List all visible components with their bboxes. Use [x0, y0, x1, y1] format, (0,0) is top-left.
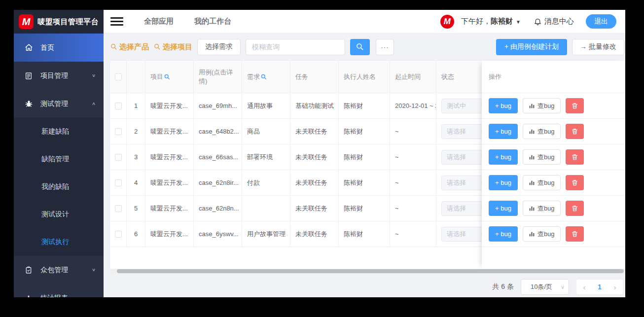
row-checkbox[interactable]	[115, 103, 122, 109]
row-checkbox[interactable]	[115, 231, 122, 238]
app-title: 唛盟项目管理平台	[37, 17, 99, 27]
add-bug-button[interactable]: + bug	[489, 149, 518, 165]
page-number[interactable]: 1	[592, 283, 607, 291]
user-avatar[interactable]: M	[440, 15, 454, 29]
page-size-select[interactable]: 10条/页 ∨	[521, 279, 569, 295]
cell-project: 唛盟云开发...	[145, 170, 194, 195]
select-requirement-button[interactable]: 选择需求	[197, 39, 241, 55]
delete-button[interactable]	[566, 226, 584, 242]
prev-page-button[interactable]: ‹	[576, 283, 592, 291]
actions-fixed-column: 操作 + bug 查bug + bug 查bug + bug 查bug + bu…	[482, 61, 625, 269]
logout-button[interactable]: 退出	[586, 14, 616, 29]
user-greeting[interactable]: 下午好，陈裕财 ▼	[461, 17, 521, 26]
cell-usecase[interactable]: case_6yswv...	[194, 221, 242, 247]
view-bug-button[interactable]: 查bug	[523, 98, 561, 113]
clipboard-check-icon	[25, 266, 34, 275]
chevron-up-icon: ∧	[92, 101, 96, 106]
sidebar-subitem-test-design[interactable]: 测试设计	[14, 201, 104, 228]
view-bug-button[interactable]: 查bug	[523, 149, 561, 165]
search-button[interactable]	[350, 39, 370, 55]
select-product-link[interactable]: 选择产品	[110, 42, 149, 52]
sidebar-item-label: 统计报表	[40, 294, 96, 298]
cell-executor: 陈裕财	[339, 144, 390, 170]
horizontal-scrollbar-thumb[interactable]	[117, 269, 624, 273]
search-icon	[110, 43, 117, 50]
cell-dates: ~	[390, 221, 436, 247]
trash-icon	[571, 179, 578, 186]
select-project-link[interactable]: 选择项目	[154, 42, 192, 52]
cell-task: 未关联任务	[290, 221, 339, 247]
cell-usecase[interactable]: case_62n8n...	[194, 196, 242, 221]
horizontal-scrollbar	[110, 269, 625, 274]
add-bug-button[interactable]: + bug	[489, 175, 518, 190]
actions-row: + bug 查bug	[482, 221, 625, 247]
cell-usecase[interactable]: case_62n8ir...	[194, 170, 242, 195]
cell-requirement: 商品	[242, 119, 290, 144]
delete-button[interactable]	[566, 201, 584, 216]
logo-m-icon: M	[19, 14, 34, 29]
sidebar-subitem-new-defect[interactable]: 新建缺陷	[14, 118, 104, 145]
testing-submenu: 新建缺陷 缺陷管理 我的缺陷 测试设计 测试执行	[14, 118, 104, 256]
sidebar-item-reports[interactable]: 统计报表	[14, 284, 104, 297]
next-page-button[interactable]: ›	[607, 283, 623, 291]
sidebar-item-testing[interactable]: 测试管理 ∧	[14, 90, 104, 118]
delete-button[interactable]	[566, 175, 584, 190]
add-bug-button[interactable]: + bug	[489, 124, 518, 139]
delete-button[interactable]	[566, 124, 584, 139]
sidebar-subitem-defect-mgmt[interactable]: 缺陷管理	[14, 145, 104, 173]
select-all-checkbox[interactable]	[115, 73, 122, 80]
sidebar: M 唛盟项目管理平台 首页 项目管理 ∨ 测试管理 ∧ 新建缺陷 缺陷管理	[14, 10, 104, 297]
add-bug-button[interactable]: + bug	[489, 201, 518, 216]
row-checkbox[interactable]	[115, 179, 122, 186]
sidebar-item-label: 众包管理	[40, 266, 92, 275]
username: 陈裕财	[491, 17, 513, 25]
view-bug-button[interactable]: 查bug	[523, 226, 561, 242]
cell-usecase[interactable]: case_66sas...	[194, 144, 242, 170]
sidebar-subitem-my-defects[interactable]: 我的缺陷	[14, 173, 104, 201]
usecase-header: 用例(点击详情)	[194, 61, 242, 93]
add-bug-button[interactable]: + bug	[489, 226, 518, 242]
pagination-footer: 共 6 条 10条/页 ∨ ‹ 1 ›	[492, 279, 623, 295]
cell-project: 唛盟云开发...	[145, 221, 194, 247]
cell-dates: ~	[390, 119, 436, 144]
delete-button[interactable]	[566, 98, 584, 113]
document-icon	[25, 71, 34, 80]
row-checkbox[interactable]	[115, 128, 122, 135]
sidebar-item-label: 首页	[40, 43, 96, 52]
row-index: 6	[127, 221, 145, 247]
bar-chart-icon	[529, 231, 535, 237]
delete-button[interactable]	[566, 149, 584, 165]
pagination: ‹ 1 ›	[576, 279, 623, 295]
actions-header: 操作	[482, 61, 625, 93]
nav-my-workbench[interactable]: 我的工作台	[194, 17, 231, 26]
row-checkbox[interactable]	[115, 205, 122, 212]
create-plan-from-case-button[interactable]: + 由用例创建计划	[496, 39, 567, 55]
nav-all-apps[interactable]: 全部应用	[144, 17, 174, 26]
row-checkbox[interactable]	[115, 154, 122, 161]
row-index: 2	[127, 119, 145, 144]
cell-usecase[interactable]: case_648b2...	[194, 119, 242, 144]
view-bug-button[interactable]: 查bug	[523, 124, 561, 139]
message-center[interactable]: 消息中心	[534, 17, 574, 26]
view-bug-button[interactable]: 查bug	[523, 201, 561, 216]
cell-task: 基础功能测试	[290, 93, 339, 118]
cell-executor: 陈裕财	[339, 93, 390, 118]
batch-edit-button[interactable]: → 批量修改	[572, 39, 624, 55]
sidebar-item-projects[interactable]: 项目管理 ∨	[14, 62, 104, 90]
arrow-right-icon: →	[580, 42, 587, 50]
sidebar-subitem-test-execution[interactable]: 测试执行	[14, 228, 104, 256]
search-icon	[154, 43, 161, 50]
sidebar-item-home[interactable]: 首页	[14, 34, 104, 62]
more-options-button[interactable]: ···	[376, 39, 394, 55]
cell-executor: 陈裕财	[339, 119, 390, 144]
cell-usecase[interactable]: case_69mh...	[194, 93, 242, 118]
hamburger-menu-icon[interactable]	[110, 15, 123, 28]
view-bug-button[interactable]: 查bug	[523, 175, 561, 190]
sidebar-item-crowdsourcing[interactable]: 众包管理 ∨	[14, 256, 104, 284]
trash-icon	[571, 205, 578, 212]
add-bug-button[interactable]: + bug	[489, 98, 518, 113]
cell-project: 唛盟云开发...	[145, 93, 194, 118]
fuzzy-search-input[interactable]	[246, 39, 345, 55]
row-index: 1	[127, 93, 145, 118]
bug-icon	[25, 100, 34, 108]
